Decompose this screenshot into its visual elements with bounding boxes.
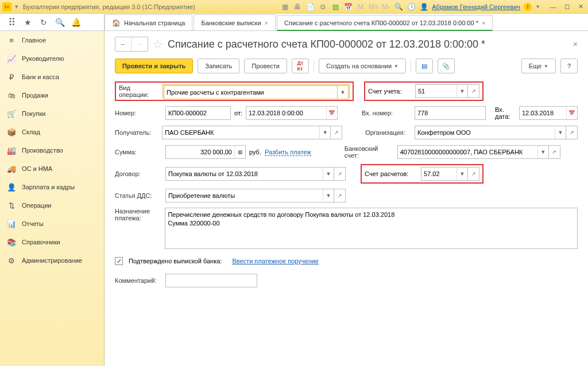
checklist-button[interactable]: ▤ [416, 59, 433, 73]
optype-combo[interactable]: Прочие расчеты с контрагентами ▼ [163, 84, 350, 98]
sum-field[interactable]: 320 000,00 [165, 145, 234, 159]
mminus-icon[interactable]: M- [381, 2, 390, 11]
sidebar-item-admin[interactable]: ⚙Администрирование [0, 251, 104, 270]
date-field[interactable]: 12.03.2018 0:00:00 [246, 106, 326, 120]
confirmed-checkbox[interactable] [115, 257, 123, 265]
chevron-down-icon[interactable]: ▼ [457, 167, 468, 181]
bank-acc-field[interactable]: 40702810000000000007, ПАО СБЕРБАНК [397, 145, 537, 159]
save-button[interactable]: Записать [198, 59, 239, 73]
sidebar-item-reports[interactable]: 📊Отчеты [0, 215, 104, 233]
maximize-button[interactable]: ◻ [562, 2, 572, 12]
calendar-icon[interactable]: 📅 [326, 106, 338, 120]
attach-button[interactable]: 📎 [438, 59, 455, 73]
open-icon[interactable]: ↗ [549, 145, 560, 159]
purpose-textarea[interactable]: Перечисление денежных средств по договор… [165, 208, 578, 249]
calendar-icon[interactable]: 📅 [566, 106, 578, 120]
open-icon[interactable]: ↗ [334, 167, 346, 181]
dds-combo[interactable]: Приобретение валюты ▼ ↗ [165, 189, 346, 203]
open-icon[interactable]: ↗ [468, 167, 479, 181]
settle-acc-field[interactable]: 57.02 [421, 167, 457, 181]
print-preview-icon[interactable]: ▦ [280, 2, 289, 11]
sidebar-item-manager[interactable]: 📈Руководителю [0, 49, 104, 68]
split-payment-link[interactable]: Разбить платеж [265, 149, 311, 156]
doc-icon[interactable]: 📄 [305, 2, 315, 11]
optype-field[interactable]: Прочие расчеты с контрагентами [164, 85, 337, 99]
star-icon[interactable]: ☆ [153, 37, 163, 51]
sidebar-item-catalogs[interactable]: 📚Справочники [0, 233, 104, 251]
create-on-basis-button[interactable]: Создать на основании▼ [319, 59, 406, 73]
post-button[interactable]: Провести [244, 59, 287, 73]
dds-field[interactable]: Приобретение валюты [165, 189, 323, 203]
history-icon[interactable]: ↻ [37, 15, 51, 29]
apps-icon[interactable]: ⠿ [5, 15, 18, 29]
minimize-button[interactable]: — [548, 2, 558, 12]
open-icon[interactable]: ↗ [331, 126, 342, 139]
pay-order-link[interactable]: Ввести платежное поручение [232, 258, 319, 264]
search-icon[interactable]: 🔍 [394, 2, 403, 11]
contract-field[interactable]: Покупка валюты от 12.03.2018 [165, 167, 323, 181]
bank-acc-combo[interactable]: 40702810000000000007, ПАО СБЕРБАНК ▼ ↗ [397, 145, 560, 159]
open-icon[interactable]: ↗ [468, 84, 479, 98]
sidebar-item-warehouse[interactable]: 📦Склад [0, 123, 104, 141]
calendar-icon[interactable]: 📅 [343, 2, 353, 11]
chevron-down-icon[interactable]: ▼ [319, 126, 331, 139]
close-window-button[interactable]: ✕ [575, 2, 586, 12]
tab-home[interactable]: 🏠 Начальная страница [105, 14, 192, 30]
chevron-down-icon[interactable]: ▼ [457, 84, 468, 98]
sum-combo[interactable]: 320 000,00 ▦ [165, 145, 246, 159]
sidebar-item-hr[interactable]: 👤Зарплата и кадры [0, 178, 104, 196]
help-button[interactable]: ? [560, 59, 578, 73]
info-icon[interactable]: i [524, 3, 532, 11]
sidebar-item-main[interactable]: ≡Главное [0, 31, 104, 49]
user-link[interactable]: Абрамов Геннадий Сергеевич [432, 3, 520, 10]
recipient-field[interactable]: ПАО СБЕРБАНК [162, 126, 319, 139]
dt-kt-button[interactable]: ДтКт [292, 59, 309, 73]
comment-field[interactable] [165, 274, 257, 287]
compare-icon[interactable]: ⧉ [318, 2, 327, 11]
favorite-icon[interactable]: ★ [21, 15, 34, 29]
close-icon[interactable]: × [265, 20, 268, 26]
tab-document[interactable]: Списание с расчетного счета КП00-000002 … [277, 15, 493, 31]
in-number-field[interactable]: 778 [415, 106, 486, 120]
open-icon[interactable]: ↗ [334, 189, 346, 203]
post-and-close-button[interactable]: Провести и закрыть [115, 59, 193, 73]
account-combo[interactable]: 51 ▼ ↗ [415, 84, 479, 98]
sidebar-item-production[interactable]: 🏭Производство [0, 141, 104, 159]
sidebar-item-bank[interactable]: ₽Банк и касса [0, 68, 104, 86]
in-date-combo[interactable]: 12.03.2018 📅 [519, 106, 578, 120]
sidebar-item-purchases[interactable]: 🛒Покупки [0, 104, 104, 123]
chevron-down-icon[interactable]: ▼ [323, 167, 334, 181]
in-date-field[interactable]: 12.03.2018 [519, 106, 566, 120]
contract-combo[interactable]: Покупка валюты от 12.03.2018 ▼ ↗ [165, 167, 346, 181]
chevron-down-icon[interactable]: ▼ [337, 85, 349, 99]
settle-acc-combo[interactable]: 57.02 ▼ ↗ [421, 167, 479, 181]
bell-icon[interactable]: 🔔 [69, 15, 83, 29]
open-icon[interactable]: ↗ [566, 126, 578, 139]
close-icon[interactable]: × [482, 20, 485, 26]
tab-bank[interactable]: Банковские выписки × [194, 14, 276, 30]
date-combo[interactable]: 12.03.2018 0:00:00 📅 [246, 106, 338, 120]
chevron-down-icon[interactable]: ▼ [537, 145, 549, 159]
number-field[interactable]: КП00-000002 [165, 106, 231, 120]
info-dd-icon[interactable]: ▾ [535, 4, 541, 10]
calc-icon[interactable]: ▦ [234, 145, 246, 159]
print-icon[interactable]: 🖶 [293, 2, 302, 11]
close-page-button[interactable]: × [573, 40, 578, 49]
chevron-down-icon[interactable]: ▼ [323, 189, 334, 203]
chevron-down-icon[interactable]: ▼ [555, 126, 566, 139]
calc-icon[interactable]: ▤ [331, 2, 340, 11]
app-menu-dd-icon[interactable]: ▾ [14, 4, 20, 10]
clock-icon[interactable]: 🕓 [407, 2, 416, 11]
m-icon[interactable]: M [356, 2, 365, 11]
more-button[interactable]: Еще▼ [521, 59, 556, 73]
back-button[interactable]: ← [115, 37, 131, 51]
sidebar-item-assets[interactable]: 🚚ОС и НМА [0, 159, 104, 178]
recipient-combo[interactable]: ПАО СБЕРБАНК ▼ ↗ [162, 126, 342, 139]
search-toolbar-icon[interactable]: 🔍 [53, 15, 67, 29]
mplus-icon[interactable]: M+ [369, 2, 378, 11]
org-field[interactable]: Конфетпром ООО [415, 126, 555, 139]
forward-button[interactable]: → [131, 37, 148, 51]
org-combo[interactable]: Конфетпром ООО ▼ ↗ [415, 126, 578, 139]
account-field[interactable]: 51 [415, 84, 457, 98]
sidebar-item-operations[interactable]: ⇅Операции [0, 196, 104, 215]
